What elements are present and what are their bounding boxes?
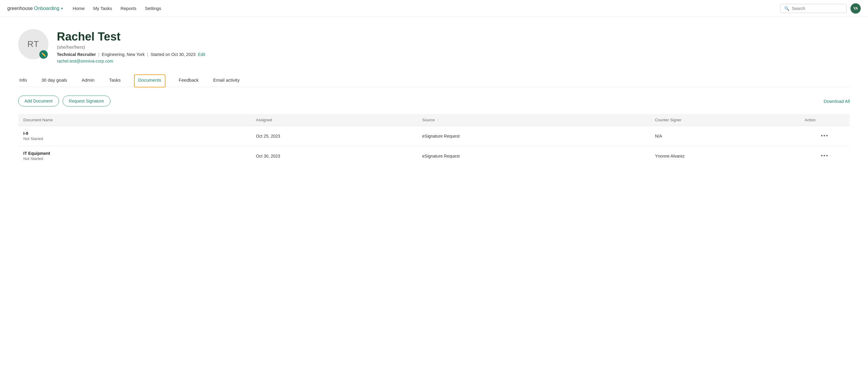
tabs: Info 30 day goals Admin Tasks Documents … — [18, 74, 850, 87]
col-header-counter-signer: Counter Signer — [650, 114, 800, 126]
tab-feedback[interactable]: Feedback — [178, 74, 200, 87]
tab-info[interactable]: Info — [18, 74, 28, 87]
table-row: I-9 Not Started Oct 25, 2023 eSignature … — [19, 126, 850, 146]
doc-name-1: IT Equipment — [23, 151, 246, 156]
nav-my-tasks[interactable]: My Tasks — [93, 6, 112, 11]
actions-row: Add Document Request Signature Download … — [18, 96, 850, 106]
nav-home[interactable]: Home — [72, 6, 85, 11]
doc-action-menu-1[interactable]: ••• — [818, 152, 831, 160]
doc-name-0: I-9 — [23, 131, 246, 136]
doc-assigned-0: Oct 25, 2023 — [251, 126, 417, 146]
user-avatar[interactable]: YA — [850, 3, 861, 13]
sort-arrow-icon: ↑ — [437, 118, 439, 122]
chevron-down-icon: ▾ — [61, 6, 63, 10]
profile-department: Engineering, New York — [102, 52, 145, 57]
profile-name: Rachel Test — [57, 30, 205, 43]
tab-admin[interactable]: Admin — [81, 74, 96, 87]
meta-separator-1: | — [98, 52, 99, 57]
doc-assigned-1: Oct 30, 2023 — [251, 146, 417, 166]
download-all-link[interactable]: Download All — [824, 99, 850, 104]
col-header-doc-name: Document Name — [19, 114, 251, 126]
documents-table: Document Name Assigned Source ↑ Counter … — [18, 114, 850, 166]
edit-avatar-button[interactable]: ✏️ — [39, 50, 48, 59]
navigation: greenhouse Onboarding ▾ Home My Tasks Re… — [0, 0, 868, 17]
nav-links: Home My Tasks Reports Settings — [72, 6, 161, 11]
doc-action-menu-0[interactable]: ••• — [818, 131, 831, 140]
col-header-assigned: Assigned — [251, 114, 417, 126]
add-document-button[interactable]: Add Document — [18, 96, 59, 106]
search-icon: 🔍 — [784, 6, 789, 11]
nav-right: 🔍 YA — [780, 3, 861, 13]
table-row: IT Equipment Not Started Oct 30, 2023 eS… — [19, 146, 850, 166]
main-content: RT ✏️ Rachel Test (she/her/hers) Technic… — [0, 17, 868, 178]
profile-header: RT ✏️ Rachel Test (she/her/hers) Technic… — [18, 29, 850, 63]
tab-30-day-goals[interactable]: 30 day goals — [40, 74, 68, 87]
profile-email[interactable]: rachel.test@omniva-corp.com — [57, 59, 113, 63]
profile-meta: Technical Recruiter | Engineering, New Y… — [57, 52, 205, 57]
nav-reports[interactable]: Reports — [120, 6, 136, 11]
profile-start-date: Started on Oct 30, 2023 — [151, 52, 196, 57]
logo-greenhouse: greenhouse — [7, 6, 33, 11]
table-header-row: Document Name Assigned Source ↑ Counter … — [19, 114, 850, 126]
doc-source-0: eSignature Request — [417, 126, 650, 146]
tab-tasks[interactable]: Tasks — [108, 74, 122, 87]
edit-profile-link[interactable]: Edit — [198, 52, 205, 57]
profile-info: Rachel Test (she/her/hers) Technical Rec… — [57, 29, 205, 63]
doc-counter-signer-0: N/A — [650, 126, 800, 146]
profile-pronouns: (she/her/hers) — [57, 44, 205, 50]
meta-separator-2: | — [147, 52, 148, 57]
logo[interactable]: greenhouse Onboarding ▾ — [7, 6, 63, 11]
col-header-action: Action — [800, 114, 850, 126]
tab-email-activity[interactable]: Email activity — [212, 74, 241, 87]
logo-onboarding: Onboarding — [34, 6, 60, 11]
nav-settings[interactable]: Settings — [145, 6, 161, 11]
doc-status-1: Not Started — [23, 156, 246, 161]
col-header-source[interactable]: Source ↑ — [417, 114, 650, 126]
profile-title: Technical Recruiter — [57, 52, 96, 57]
tab-documents[interactable]: Documents — [134, 74, 165, 87]
doc-status-0: Not Started — [23, 136, 246, 141]
doc-counter-signer-1: Ynonne Alvarez — [650, 146, 800, 166]
search-box[interactable]: 🔍 — [780, 4, 847, 13]
avatar-container: RT ✏️ — [18, 29, 49, 59]
request-signature-button[interactable]: Request Signature — [63, 96, 111, 106]
actions-left: Add Document Request Signature — [18, 96, 111, 106]
search-input[interactable] — [792, 6, 843, 11]
doc-source-1: eSignature Request — [417, 146, 650, 166]
